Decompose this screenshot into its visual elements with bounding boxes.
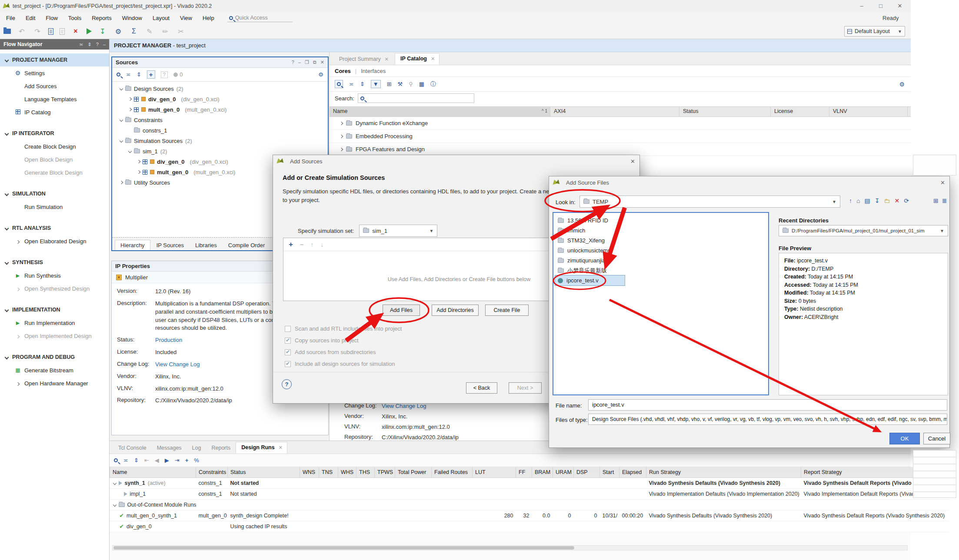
report-sigma-icon[interactable]: Σ	[129, 27, 139, 35]
tree-chevron-icon[interactable]	[137, 160, 140, 163]
new-folder-icon[interactable]: 🗀	[884, 197, 890, 204]
subtab-interfaces[interactable]: Interfaces	[361, 68, 386, 74]
close-icon[interactable]: ✕	[630, 158, 635, 165]
bottom-tab[interactable]: Reports	[206, 443, 235, 454]
delete-icon[interactable]: ✕	[894, 197, 899, 204]
ip-catalog-category-row[interactable]: Dynamic Function eXchange	[330, 117, 911, 130]
message-count-badge[interactable]: 0	[173, 71, 183, 78]
help-icon[interactable]: ?	[161, 71, 168, 78]
copy-icon[interactable]	[60, 28, 65, 35]
flow-nav-row[interactable]: IP INTEGRATOR	[0, 127, 109, 140]
run-row-ooc[interactable]: Out-of-Context Module Runs	[110, 499, 949, 510]
settings-gear-icon[interactable]: ⚙	[318, 71, 323, 78]
scrollbar-thumb[interactable]	[113, 546, 574, 550]
horizontal-scrollbar[interactable]	[112, 545, 908, 550]
add-sources-icon[interactable]: +	[147, 70, 155, 79]
ip-catalog-category-row[interactable]: Embedded Processing	[330, 130, 911, 143]
menu-item[interactable]: File	[0, 12, 20, 24]
home-icon[interactable]: ⌂	[856, 197, 860, 204]
prev-run-icon[interactable]: ◀	[155, 457, 159, 464]
search-icon[interactable]	[335, 80, 343, 88]
tree-row[interactable]: Simulation Sources (2)	[112, 136, 328, 146]
chevron-right-icon[interactable]	[340, 134, 343, 138]
list-view-icon[interactable]: ≣	[942, 197, 947, 204]
sim-set-combo[interactable]: sim_1 ▼	[359, 225, 437, 237]
highlight-icon[interactable]: ✎	[145, 27, 154, 36]
flow-nav-row[interactable]: ▦ Generate Bitstream	[0, 364, 109, 377]
tab-compile-order[interactable]: Compile Order	[223, 240, 270, 250]
filter-icon[interactable]: ▼	[371, 80, 381, 88]
create-file-button[interactable]: Create File	[485, 305, 529, 316]
last-run-icon[interactable]: ⇥	[175, 457, 180, 464]
run-row-impl1[interactable]: impl_1 constrs_1 Not started Vivado Impl…	[110, 488, 949, 499]
checkbox-copy-sources[interactable]: Copy sources into project	[285, 337, 359, 344]
bottom-tab[interactable]: Tcl Console	[113, 443, 151, 454]
run-row-mult-gen[interactable]: ✔mult_gen_0_synth_1 mult_gen_0 synth_des…	[110, 510, 949, 521]
expand-all-icon[interactable]: ⇕	[360, 81, 365, 87]
file-name-input[interactable]: ipcore_test.v	[588, 399, 947, 411]
file-list-item[interactable]: zimutiquruanjian	[553, 255, 768, 265]
flow-nav-row[interactable]: Open Synthesized Design	[0, 282, 109, 295]
menu-item[interactable]: Edit	[20, 12, 40, 24]
flow-nav-row[interactable]: Open Hardware Manager	[0, 377, 109, 390]
files-of-type-combo[interactable]: Design Source Files (.vhd, vhdl, vhf, vh…	[588, 414, 947, 425]
flow-nav-row[interactable]: RTL ANALYSIS	[0, 222, 109, 235]
info-icon[interactable]: ⓘ	[430, 80, 436, 88]
menu-item[interactable]: Reports	[87, 12, 117, 24]
flow-navigator-header-icons[interactable]: ≍⇕?–	[79, 42, 106, 47]
close-icon[interactable]: ✕	[940, 179, 945, 186]
license-key-icon[interactable]: ⚲	[409, 81, 413, 87]
tree-chevron-icon[interactable]	[128, 108, 132, 111]
step-icon[interactable]: ↧	[98, 27, 107, 36]
cancel-button[interactable]: Cancel	[923, 433, 950, 444]
help-button[interactable]: ?	[282, 379, 292, 389]
tab-project-summary[interactable]: Project Summary✕	[334, 54, 393, 65]
run-row-synth1[interactable]: synth_1 (active) constrs_1 Not started V…	[110, 477, 949, 488]
chevron-down-icon[interactable]	[113, 503, 116, 506]
desktop-icon[interactable]: ▤	[864, 197, 870, 204]
file-list-item[interactable]: ipcore_test.v	[555, 275, 625, 285]
tree-chevron-icon[interactable]	[128, 97, 132, 101]
menu-item[interactable]: Flow	[40, 12, 63, 24]
ok-button[interactable]: OK	[889, 433, 920, 444]
tree-row[interactable]: Constraints	[112, 115, 328, 125]
flow-nav-row[interactable]: ▶ Run Implementation	[0, 316, 109, 329]
flow-nav-row[interactable]: Open Block Design	[0, 153, 109, 166]
percent-icon[interactable]: %	[194, 457, 199, 464]
tree-chevron-icon[interactable]	[120, 87, 123, 90]
group-view-icon[interactable]: ⊞	[387, 81, 392, 87]
checkbox-add-subdirs[interactable]: Add sources from subdirectories	[285, 349, 376, 355]
grid-view-icon[interactable]: ⊞	[933, 197, 939, 204]
expand-all-icon[interactable]: ⇕	[137, 71, 141, 78]
look-in-combo[interactable]: TEMP ▼	[579, 196, 840, 208]
expand-all-icon[interactable]: ⇕	[134, 457, 139, 464]
flow-nav-row[interactable]: Run Simulation	[0, 200, 109, 213]
chevron-right-icon[interactable]	[340, 147, 343, 151]
flow-nav-row[interactable]: Open Elaborated Design	[0, 235, 109, 248]
search-input[interactable]	[358, 93, 474, 103]
tree-chevron-icon[interactable]	[128, 149, 132, 153]
first-run-icon[interactable]: ⇤	[144, 457, 149, 464]
checkbox-include-design-sources[interactable]: Include all design sources for simulatio…	[285, 361, 395, 367]
add-icon[interactable]: +	[289, 240, 293, 249]
tab-design-runs[interactable]: Design Runs✕	[236, 442, 287, 454]
panel-controls[interactable]: ?–❐⧉✕	[292, 60, 324, 65]
quick-access-search[interactable]: Quick Access	[227, 14, 293, 22]
flow-nav-row[interactable]: Open Implemented Design	[0, 329, 109, 342]
recent-directories-combo[interactable]: D:/ProgramFiles/FPGA/mul_project_01/mul_…	[779, 225, 948, 236]
tree-chevron-icon[interactable]	[120, 181, 123, 184]
collapse-all-icon[interactable]: ≍	[123, 457, 128, 464]
up-directory-icon[interactable]: ↑	[849, 197, 852, 204]
flow-nav-row[interactable]: IMPLEMENTATION	[0, 303, 109, 316]
settings-gear-icon[interactable]: ⚙	[899, 81, 905, 88]
open-project-icon[interactable]	[3, 29, 11, 34]
file-list-item[interactable]: immich	[553, 225, 768, 235]
maximize-button[interactable]: □	[871, 0, 890, 12]
redo-icon[interactable]: ↷	[33, 27, 42, 36]
chevron-down-icon[interactable]	[113, 481, 116, 484]
move-down-icon[interactable]: ↓	[320, 241, 323, 248]
flow-nav-row[interactable]: SYNTHESIS	[0, 256, 109, 269]
run-icon[interactable]	[87, 28, 92, 34]
flow-nav-row[interactable]: SIMULATION	[0, 187, 109, 200]
layout-selector[interactable]: Default Layout ▼	[844, 26, 905, 36]
